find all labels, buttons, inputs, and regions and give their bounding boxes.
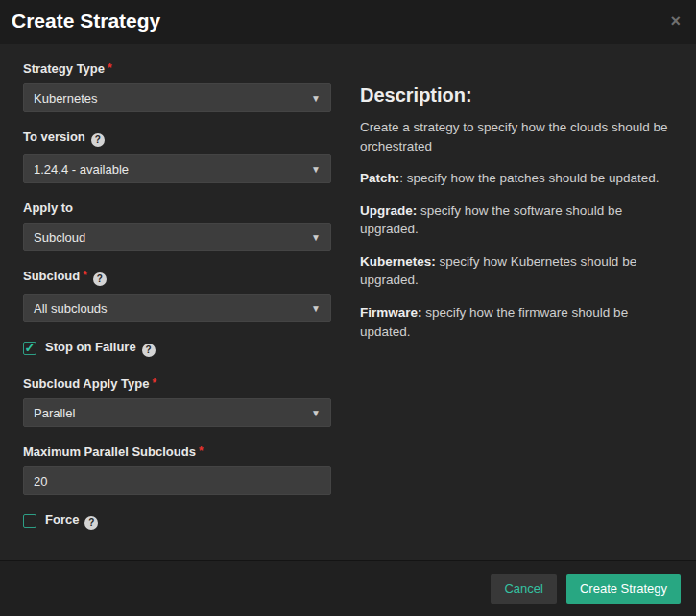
term: Patch: — [360, 171, 399, 185]
create-strategy-button[interactable]: Create Strategy — [566, 574, 681, 604]
description-item-firmware: Firmware: specify how the firmware shoul… — [360, 303, 669, 341]
chevron-down-icon: ▼ — [311, 93, 321, 104]
label-text: Force — [45, 512, 79, 527]
label-text: To version — [23, 130, 85, 144]
modal-body: Strategy Type* Kubernetes ▼ To version? … — [0, 44, 696, 560]
label-text: Stop on Failure — [45, 340, 136, 354]
modal-footer: Cancel Create Strategy — [0, 560, 696, 616]
field-apply-to: Apply to Subcloud ▼ — [23, 201, 331, 251]
description-intro: Create a strategy to specify how the clo… — [360, 118, 669, 155]
field-to-version: To version? 1.24.4 - available ▼ — [23, 130, 331, 183]
description-item-patch: Patch:: specify how the patches should b… — [360, 169, 669, 188]
force-row: Force? — [23, 512, 331, 530]
description-item-kubernetes: Kubernetes: specify how Kubernetes shoul… — [360, 252, 669, 290]
help-icon[interactable]: ? — [142, 344, 156, 357]
required-asterisk: * — [83, 269, 87, 282]
stop-on-failure-checkbox[interactable]: ✓ — [23, 342, 36, 355]
to-version-select[interactable]: 1.24.4 - available ▼ — [23, 154, 331, 183]
label-text: Subcloud — [23, 269, 80, 283]
check-icon: ✓ — [25, 342, 36, 354]
strategy-type-label: Strategy Type* — [23, 61, 331, 76]
subcloud-apply-type-select[interactable]: Parallel ▼ — [23, 398, 331, 427]
chevron-down-icon: ▼ — [311, 408, 321, 418]
modal-title: Create Strategy — [12, 10, 160, 33]
stop-on-failure-row: ✓ Stop on Failure? — [23, 340, 331, 357]
field-strategy-type: Strategy Type* Kubernetes ▼ — [23, 61, 331, 112]
chevron-down-icon: ▼ — [311, 303, 321, 314]
apply-to-select[interactable]: Subcloud ▼ — [23, 223, 331, 251]
modal-header: Create Strategy × — [0, 0, 696, 44]
force-checkbox[interactable] — [23, 514, 36, 528]
help-icon[interactable]: ? — [91, 133, 105, 147]
chevron-down-icon: ▼ — [311, 164, 321, 175]
apply-to-label: Apply to — [23, 201, 331, 215]
term-text: : specify how the patches should be upda… — [399, 171, 659, 185]
select-value: Parallel — [34, 406, 75, 420]
max-parallel-subclouds-label: Maximum Parallel Subclouds* — [23, 444, 331, 459]
required-asterisk: * — [199, 444, 204, 458]
help-icon[interactable]: ? — [93, 272, 107, 286]
label-text: Apply to — [23, 201, 73, 215]
field-max-parallel-subclouds: Maximum Parallel Subclouds* — [23, 444, 331, 495]
max-parallel-subclouds-input[interactable] — [23, 466, 331, 495]
label-text: Maximum Parallel Subclouds — [23, 444, 196, 459]
term: Firmware: — [360, 305, 422, 320]
force-label: Force? — [45, 512, 98, 530]
subcloud-apply-type-label: Subcloud Apply Type* — [23, 376, 331, 391]
description-heading: Description: — [360, 84, 669, 107]
required-asterisk: * — [108, 61, 112, 75]
field-subcloud: Subcloud*? All subclouds ▼ — [23, 269, 331, 322]
select-value: Kubernetes — [34, 91, 98, 106]
field-subcloud-apply-type: Subcloud Apply Type* Parallel ▼ — [23, 376, 331, 427]
close-icon[interactable]: × — [670, 12, 681, 30]
chevron-down-icon: ▼ — [311, 232, 321, 243]
description-column: Description: Create a strategy to specif… — [360, 61, 673, 560]
select-value: Subcloud — [34, 230, 85, 245]
subcloud-select[interactable]: All subclouds ▼ — [23, 294, 331, 322]
required-asterisk: * — [152, 376, 156, 390]
label-text: Subcloud Apply Type — [23, 376, 149, 391]
form-column: Strategy Type* Kubernetes ▼ To version? … — [23, 61, 331, 560]
stop-on-failure-label: Stop on Failure? — [45, 340, 156, 357]
create-strategy-modal: Create Strategy × Strategy Type* Kuberne… — [0, 0, 696, 616]
label-text: Strategy Type — [23, 61, 105, 76]
cancel-button[interactable]: Cancel — [491, 574, 556, 604]
strategy-type-select[interactable]: Kubernetes ▼ — [23, 83, 331, 112]
help-icon[interactable]: ? — [84, 516, 98, 530]
to-version-label: To version? — [23, 130, 331, 147]
select-value: All subclouds — [34, 301, 108, 316]
subcloud-label: Subcloud*? — [23, 269, 331, 286]
term: Kubernetes: — [360, 254, 436, 269]
select-value: 1.24.4 - available — [34, 162, 129, 177]
term: Upgrade: — [360, 203, 417, 218]
description-item-upgrade: Upgrade: specify how the software should… — [360, 201, 669, 239]
